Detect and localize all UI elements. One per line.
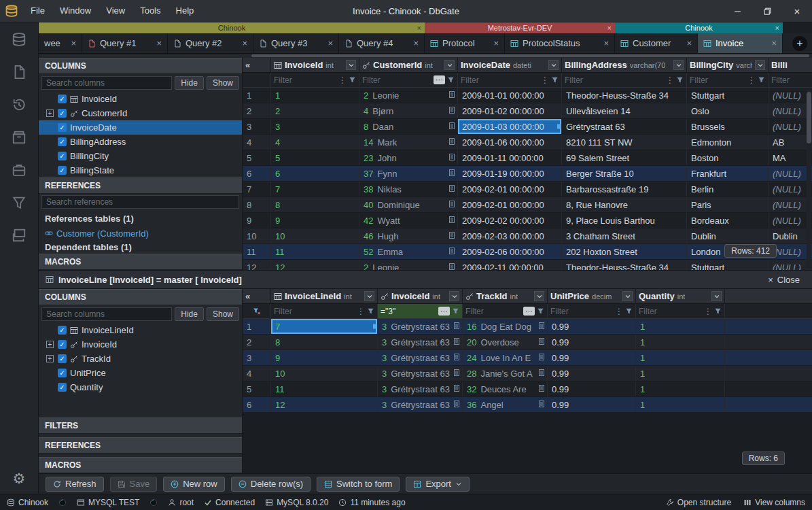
funnel-outline-icon[interactable]: [12, 195, 27, 210]
column-header-billi[interactable]: Billi: [769, 58, 812, 72]
cell-billingaddress[interactable]: 8, Rue Hanovre: [562, 197, 687, 212]
cell-invoicedate[interactable]: 2009-02-01 00:00:00: [458, 182, 562, 197]
close-detail-button[interactable]: × Close: [768, 275, 805, 285]
menu-dots-icon[interactable]: ⋮: [615, 307, 623, 316]
vertical-scrollbar[interactable]: [807, 89, 811, 269]
close-tab-icon[interactable]: ×: [493, 38, 499, 48]
cell-invoicedate[interactable]: 2009-01-19 00:00:00: [458, 166, 562, 181]
row-number[interactable]: 2: [243, 103, 271, 118]
status-mysql-8-0-20[interactable]: MySQL 8.0.20: [265, 498, 328, 507]
cell-billingcity[interactable]: Stuttgart: [687, 88, 769, 103]
row-number[interactable]: 3: [243, 350, 271, 365]
column-header-unitprice[interactable]: UnitPricedecim: [548, 289, 636, 303]
row-number[interactable]: 5: [243, 150, 271, 165]
column-header-invoicedate[interactable]: InvoiceDatedateti: [458, 58, 562, 72]
menu-dots-icon[interactable]: ⋮: [747, 75, 756, 85]
expand-icon[interactable]: +: [46, 341, 54, 348]
column-header-invoiceid[interactable]: InvoiceIdint: [271, 58, 359, 72]
close-button[interactable]: ×: [782, 0, 812, 22]
cell-customerid[interactable]: 37Fynn: [359, 166, 458, 181]
cell-billi[interactable]: (NULL): [769, 119, 812, 134]
column-tree-item-invoiceid[interactable]: ✓InvoiceId: [39, 92, 242, 106]
open-detail-icon[interactable]: [448, 247, 456, 255]
cell-billi[interactable]: MA: [769, 150, 812, 165]
filter-corner[interactable]: [243, 304, 271, 318]
open-detail-icon[interactable]: [448, 90, 456, 99]
cell-trackid[interactable]: 24Love In An E: [463, 350, 548, 365]
cell-invoiceid[interactable]: 9: [271, 213, 359, 228]
cell-invoicelineid[interactable]: 10: [271, 366, 378, 381]
column-tree-item-invoicedate[interactable]: ✓InvoiceDate: [39, 120, 242, 135]
row-number[interactable]: 10: [243, 228, 271, 243]
cell-trackid[interactable]: 28Janie's Got A: [463, 366, 548, 381]
cell-billi[interactable]: (NULL): [769, 103, 812, 118]
column-menu-icon[interactable]: [534, 291, 544, 301]
menu-help[interactable]: Help: [169, 0, 202, 22]
close-tab-icon[interactable]: ×: [603, 38, 609, 48]
cell-billingcity[interactable]: Oslo: [687, 103, 769, 118]
filter-input-invoicelineid[interactable]: Filter⋮: [271, 304, 378, 318]
open-detail-icon[interactable]: [537, 353, 546, 361]
tab-group-chinook-0[interactable]: Chinook×: [39, 22, 425, 33]
cell-billingcity[interactable]: Boston: [687, 150, 769, 165]
cell-invoiceid[interactable]: 6: [271, 166, 359, 181]
cell-invoicedate[interactable]: 2009-02-06 00:00:00: [458, 244, 562, 259]
status-connection-color[interactable]: [149, 498, 158, 507]
cell-billi[interactable]: (NULL): [769, 88, 812, 103]
collapse-columns-button[interactable]: «: [243, 58, 271, 72]
row-number[interactable]: 11: [243, 244, 271, 259]
menu-view[interactable]: View: [99, 0, 133, 22]
column-menu-icon[interactable]: [444, 60, 455, 70]
filter-input-billi[interactable]: Filter⋮: [769, 73, 812, 87]
cell-invoiceid[interactable]: 3Grétrystraat 63: [378, 397, 463, 412]
filter-input-unitprice[interactable]: Filter⋮: [548, 304, 636, 318]
column-header-invoicelineid[interactable]: InvoiceLineIdint: [271, 289, 378, 303]
cell-billingaddress[interactable]: Berger Straße 10: [562, 166, 687, 181]
tab-protocol[interactable]: Protocol×: [425, 33, 505, 53]
funnel-icon[interactable]: [676, 76, 684, 84]
clear-filter-icon[interactable]: [253, 307, 261, 316]
cell-unitprice[interactable]: 0.99: [548, 350, 636, 365]
close-tab-icon[interactable]: ×: [413, 38, 419, 48]
column-menu-icon[interactable]: [364, 291, 374, 301]
close-tab-icon[interactable]: ×: [686, 38, 692, 48]
macros-section-header[interactable]: MACROS: [39, 254, 242, 270]
cell-invoicedate[interactable]: 2009-01-06 00:00:00: [458, 135, 562, 150]
references-section-header[interactable]: REFERENCES: [39, 177, 242, 194]
filters-section-header[interactable]: FILTERS: [39, 418, 242, 434]
cell-invoiceid[interactable]: 3Grétrystraat 63: [378, 319, 463, 334]
row-number[interactable]: 6: [243, 397, 271, 412]
cell-invoicedate[interactable]: 2009-02-01 00:00:00: [458, 197, 562, 212]
file-icon[interactable]: [12, 65, 27, 80]
column-checkbox[interactable]: ✓: [58, 354, 67, 363]
tab-scrollbar-thumb[interactable]: [251, 54, 809, 57]
cell-billingaddress[interactable]: Grétrystraat 63: [562, 119, 687, 134]
filter-input-trackid[interactable]: Filter⋯: [463, 304, 548, 318]
open-detail-icon[interactable]: [453, 322, 461, 330]
macros-section-header[interactable]: MACROS: [39, 457, 242, 473]
column-tree-item-customerid[interactable]: +✓CustomerId: [39, 106, 242, 120]
filter-input-billingaddress[interactable]: Filter⋮: [562, 73, 687, 87]
column-checkbox[interactable]: ✓: [58, 383, 67, 392]
cell-customerid[interactable]: 42Wyatt: [359, 213, 458, 228]
row-number[interactable]: 7: [243, 182, 271, 197]
status-chinook[interactable]: Chinook: [7, 498, 48, 507]
cell-invoiceid[interactable]: 3Grétrystraat 63: [378, 335, 463, 350]
filter-input-invoiceid[interactable]: ="3"⋯: [378, 304, 463, 318]
open-detail-icon[interactable]: [453, 337, 461, 345]
open-detail-icon[interactable]: [448, 137, 456, 146]
settings-gear-icon[interactable]: ⚙: [13, 471, 26, 487]
cell-invoiceid[interactable]: 7: [271, 182, 359, 197]
close-tab-icon[interactable]: ×: [328, 38, 333, 48]
cell-billingaddress[interactable]: 9, Place Louis Barthou: [562, 213, 687, 228]
row-number[interactable]: 8: [243, 197, 271, 212]
row-number[interactable]: 3: [243, 119, 271, 134]
cell-invoiceid[interactable]: 12: [271, 260, 359, 270]
cell-billi[interactable]: (NULL): [769, 182, 812, 197]
open-detail-icon[interactable]: [537, 322, 546, 330]
cell-billingaddress[interactable]: 202 Hoxton Street: [562, 244, 687, 259]
column-tree-item-quantity[interactable]: ✓Quantity: [39, 380, 242, 394]
cell-billingcity[interactable]: Dublin: [687, 228, 769, 243]
open-detail-icon[interactable]: [537, 369, 546, 377]
column-checkbox[interactable]: ✓: [58, 152, 67, 160]
